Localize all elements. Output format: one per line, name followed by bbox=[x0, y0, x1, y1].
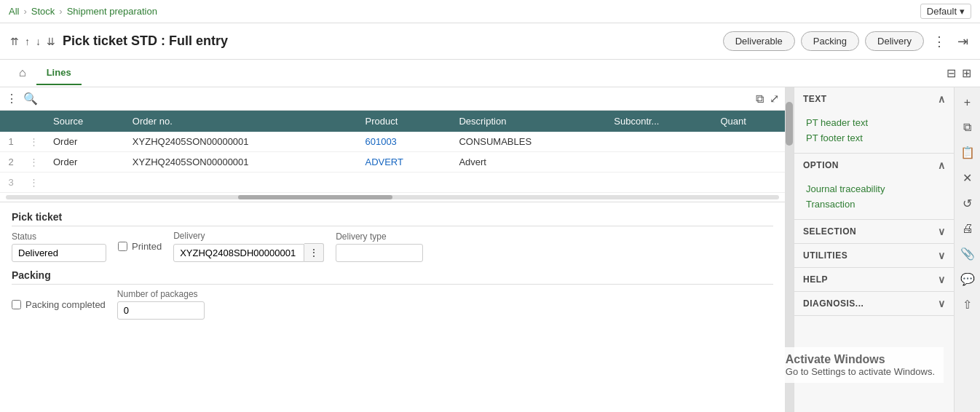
col-description[interactable]: Description bbox=[451, 111, 606, 132]
comment-icon[interactable]: 💬 bbox=[957, 269, 978, 289]
row-3-drag[interactable]: ⋮ bbox=[22, 173, 46, 193]
tab-home[interactable]: ⌂ bbox=[9, 60, 36, 87]
title-bar: ⇈ ↑ ↓ ⇊ Pick ticket STD : Full entry Del… bbox=[0, 23, 980, 60]
diagnosis-section-header[interactable]: DIAGNOSIS... ∨ bbox=[794, 292, 954, 315]
row-2-order-no: XYZHQ2405SON00000001 bbox=[125, 152, 358, 173]
breadcrumb-all[interactable]: All bbox=[9, 6, 19, 17]
delivery-type-group: Delivery type bbox=[336, 231, 423, 262]
option-section-header[interactable]: OPTION ∧ bbox=[794, 154, 954, 177]
row-1-num: 1 bbox=[0, 132, 22, 152]
exit-icon[interactable]: ⇥ bbox=[955, 31, 971, 52]
row-1-source: Order bbox=[46, 132, 125, 152]
delivery-button[interactable]: Delivery bbox=[865, 31, 924, 51]
printed-checkbox[interactable] bbox=[118, 242, 127, 251]
more-menu-icon[interactable]: ⋮ bbox=[930, 31, 949, 52]
windows-title: Activate Windows bbox=[786, 353, 935, 366]
filter-icon[interactable]: ⊞ bbox=[962, 66, 971, 80]
table-scroll[interactable]: Source Order no. Product Description Sub… bbox=[0, 111, 785, 193]
refresh-icon[interactable]: ↺ bbox=[960, 194, 975, 213]
right-actions: + ⧉ 📋 ✕ ↺ 🖨 📎 💬 ⇧ bbox=[954, 87, 980, 412]
deliverable-button[interactable]: Deliverable bbox=[723, 31, 795, 51]
share-icon[interactable]: ⇧ bbox=[960, 295, 975, 314]
col-product[interactable]: Product bbox=[357, 111, 451, 132]
text-section-header[interactable]: TEXT ∧ bbox=[794, 87, 954, 111]
default-button[interactable]: Default ▾ bbox=[920, 4, 971, 19]
status-form-row: Status Printed Delivery ⋮ Delivery type bbox=[12, 231, 773, 262]
row-3-source bbox=[46, 173, 125, 193]
row-1-drag[interactable]: ⋮ bbox=[22, 132, 46, 152]
table-toolbar: ⋮ 🔍 ⧉ ⤢ bbox=[0, 87, 785, 111]
row-1-product[interactable]: 601003 bbox=[357, 132, 451, 152]
nav-last-down[interactable]: ⇊ bbox=[45, 34, 57, 49]
col-subcontr[interactable]: Subcontr... bbox=[606, 111, 713, 132]
search-icon[interactable]: 🔍 bbox=[23, 92, 38, 106]
tabs-bar: ⌂ Lines ⊟ ⊞ bbox=[0, 60, 980, 87]
nav-down[interactable]: ↓ bbox=[34, 34, 42, 49]
printed-checkbox-row: Printed bbox=[118, 241, 162, 252]
text-section: TEXT ∧ PT header text PT footer text bbox=[794, 87, 954, 154]
row-2-product[interactable]: ADVERT bbox=[357, 152, 451, 173]
col-drag bbox=[22, 111, 46, 132]
bottom-form: Pick ticket Status Printed Delivery ⋮ bbox=[0, 202, 785, 412]
nav-first-up[interactable]: ⇈ bbox=[9, 34, 20, 49]
utilities-section: UTILITIES ∨ bbox=[794, 244, 954, 268]
page-title: Pick ticket STD : Full entry bbox=[63, 33, 228, 49]
print-icon[interactable]: 🖨 bbox=[959, 219, 976, 238]
scroll-thumb bbox=[786, 102, 793, 146]
row-2-drag[interactable]: ⋮ bbox=[22, 152, 46, 173]
transaction-link[interactable]: Transaction bbox=[806, 197, 942, 212]
add-row-icon[interactable]: + bbox=[961, 93, 973, 112]
breadcrumb: All › Stock › Shipment preparation bbox=[9, 6, 157, 17]
num-packages-label: Number of packages bbox=[117, 289, 205, 299]
attach-icon[interactable]: 📎 bbox=[957, 244, 978, 264]
printed-label: Printed bbox=[132, 241, 162, 252]
utilities-section-header[interactable]: UTILITIES ∨ bbox=[794, 244, 954, 267]
selection-section-header[interactable]: SELECTION ∨ bbox=[794, 220, 954, 243]
row-menu-icon[interactable]: ⋮ bbox=[6, 92, 17, 106]
delivery-group: Delivery ⋮ bbox=[173, 231, 324, 262]
copy-icon[interactable]: ⧉ bbox=[960, 118, 974, 137]
row-3-quant bbox=[713, 173, 785, 193]
col-order-no[interactable]: Order no. bbox=[125, 111, 358, 132]
tab-lines[interactable]: Lines bbox=[36, 61, 82, 85]
pt-footer-text-link[interactable]: PT footer text bbox=[806, 130, 942, 146]
row-3-subcontr bbox=[606, 173, 713, 193]
delivery-field-wrapper: ⋮ bbox=[173, 243, 324, 262]
pt-header-text-link[interactable]: PT header text bbox=[806, 115, 942, 130]
columns-icon[interactable]: ⊟ bbox=[947, 66, 956, 80]
option-section-title: OPTION bbox=[803, 160, 839, 170]
help-section-title: HELP bbox=[803, 274, 828, 285]
col-source[interactable]: Source bbox=[46, 111, 125, 132]
paste-icon[interactable]: 📋 bbox=[957, 143, 978, 162]
help-section-header[interactable]: HELP ∨ bbox=[794, 268, 954, 291]
row-1-quant bbox=[713, 132, 785, 152]
delivery-input[interactable] bbox=[173, 244, 304, 262]
row-2-num: 2 bbox=[0, 152, 22, 173]
breadcrumb-stock[interactable]: Stock bbox=[31, 6, 55, 17]
row-3-description bbox=[451, 173, 606, 193]
breadcrumb-shipment[interactable]: Shipment preparation bbox=[67, 6, 157, 17]
packing-button[interactable]: Packing bbox=[801, 31, 859, 51]
windows-overlay: Activate Windows Go to Settings to activ… bbox=[777, 347, 944, 383]
nav-up[interactable]: ↑ bbox=[23, 34, 31, 49]
option-collapse-icon: ∧ bbox=[938, 159, 946, 171]
row-2-source: Order bbox=[46, 152, 125, 173]
layers-icon[interactable]: ⧉ bbox=[756, 92, 764, 106]
delivery-menu-icon[interactable]: ⋮ bbox=[304, 243, 324, 262]
journal-traceability-link[interactable]: Journal traceability bbox=[806, 181, 942, 197]
row-3-product bbox=[357, 173, 451, 193]
status-input[interactable] bbox=[12, 244, 106, 262]
packing-completed-checkbox[interactable] bbox=[12, 300, 21, 309]
row-2-quant bbox=[713, 152, 785, 173]
utilities-section-title: UTILITIES bbox=[803, 250, 847, 261]
col-num bbox=[0, 111, 22, 132]
fullscreen-icon[interactable]: ⤢ bbox=[770, 92, 779, 106]
col-quant[interactable]: Quant bbox=[713, 111, 785, 132]
num-packages-input[interactable] bbox=[117, 301, 205, 320]
packing-completed-row: Packing completed bbox=[12, 299, 106, 310]
utilities-expand-icon: ∨ bbox=[938, 250, 946, 261]
help-expand-icon: ∨ bbox=[938, 274, 946, 285]
text-section-title: TEXT bbox=[803, 94, 827, 104]
delivery-type-input[interactable] bbox=[336, 244, 423, 262]
delete-icon[interactable]: ✕ bbox=[960, 168, 975, 188]
